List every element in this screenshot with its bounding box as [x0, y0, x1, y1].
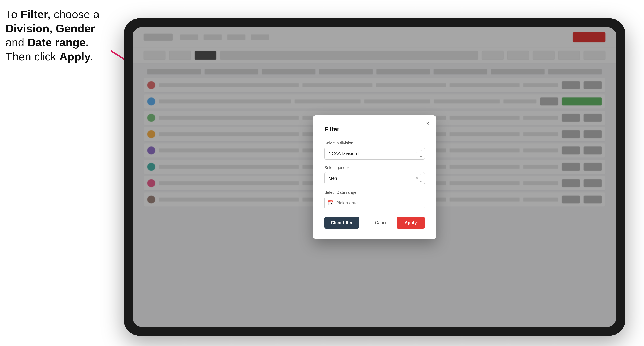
- instruction-line4: Then click Apply.: [6, 50, 93, 63]
- gender-label: Select gender: [324, 165, 425, 170]
- division-form-group: Select a division NCAA Division I NCAA D…: [324, 141, 425, 160]
- apply-button[interactable]: Apply: [396, 217, 425, 229]
- division-select-wrapper: NCAA Division I NCAA Division II NCAA Di…: [324, 148, 425, 160]
- gender-select-wrapper: Men Women Mixed × ⌃ ⌄: [324, 172, 425, 184]
- date-range-form-group: Select Date range 📅: [324, 190, 425, 209]
- tablet-frame: × Filter Select a division NCAA Division…: [124, 18, 626, 336]
- division-label: Select a division: [324, 141, 425, 145]
- instruction-line1: To Filter, choose a: [6, 8, 100, 20]
- instruction-text: To Filter, choose a Division, Gender and…: [6, 7, 111, 64]
- gender-select[interactable]: Men Women Mixed: [324, 172, 425, 184]
- gender-form-group: Select gender Men Women Mixed × ⌃ ⌄: [324, 165, 425, 184]
- modal-title: Filter: [324, 126, 425, 133]
- clear-filter-button[interactable]: Clear filter: [324, 217, 359, 229]
- modal-close-button[interactable]: ×: [424, 120, 431, 127]
- cancel-button[interactable]: Cancel: [371, 217, 393, 229]
- modal-actions: Clear filter Cancel Apply: [324, 217, 425, 229]
- date-input-wrapper: 📅: [324, 197, 425, 209]
- modal-overlay: × Filter Select a division NCAA Division…: [133, 27, 616, 327]
- date-range-input[interactable]: [324, 197, 425, 209]
- modal-actions-right: Cancel Apply: [371, 217, 425, 229]
- tablet-screen: × Filter Select a division NCAA Division…: [133, 27, 616, 327]
- gender-clear-icon[interactable]: ×: [416, 176, 418, 181]
- division-select[interactable]: NCAA Division I NCAA Division II NCAA Di…: [324, 148, 425, 160]
- filter-modal: × Filter Select a division NCAA Division…: [313, 115, 436, 239]
- instruction-line3: and Date range.: [6, 36, 89, 49]
- division-clear-icon[interactable]: ×: [416, 151, 418, 156]
- date-range-label: Select Date range: [324, 190, 425, 195]
- instruction-bold-division-gender: Division, Gender: [6, 22, 95, 35]
